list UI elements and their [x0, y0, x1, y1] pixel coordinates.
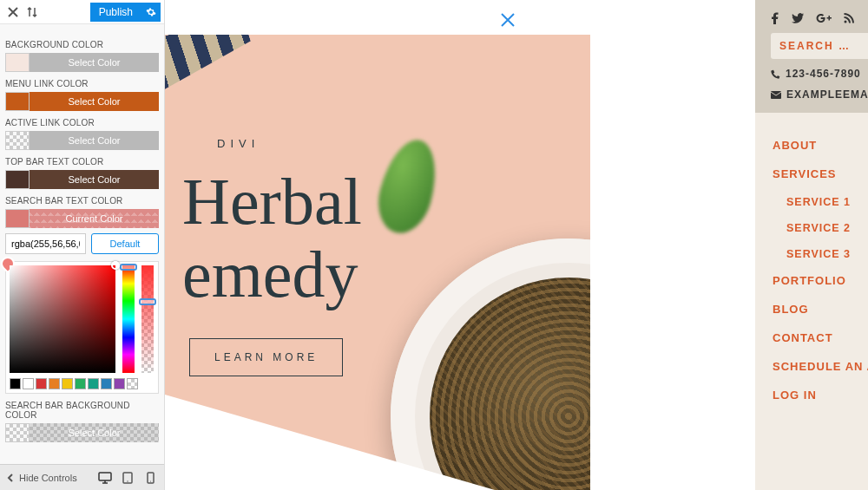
- preset-swatch[interactable]: [49, 378, 60, 389]
- searchbar-bg-color-button[interactable]: Select Color: [30, 423, 159, 442]
- nav-about[interactable]: ABOUT: [773, 139, 868, 152]
- search-bar[interactable]: SEARCH …: [771, 33, 868, 59]
- saturation-value-area[interactable]: [10, 265, 115, 373]
- searchbar-text-color-label: SEARCH BAR TEXT COLOR: [5, 196, 159, 206]
- rss-icon[interactable]: [844, 13, 854, 23]
- leaf-image: [371, 134, 445, 239]
- menu-link-color-button[interactable]: Select Color: [30, 92, 159, 111]
- searchbar-text-color-button[interactable]: Current Color: [30, 209, 159, 228]
- searchbar-text-color-default-button[interactable]: Default: [91, 233, 159, 254]
- preset-swatch[interactable]: [23, 378, 34, 389]
- phone-icon: [771, 69, 780, 79]
- nav-login[interactable]: LOG IN: [773, 389, 868, 402]
- facebook-icon[interactable]: [771, 12, 779, 24]
- preset-colors-row: [10, 378, 155, 389]
- desktop-preview-button[interactable]: [96, 469, 114, 487]
- alpha-handle[interactable]: [139, 298, 156, 305]
- nav-service-1[interactable]: SERVICE 1: [786, 196, 868, 208]
- hero-pattern: [165, 35, 257, 93]
- close-icon: [8, 7, 18, 17]
- hero-section: DIVI Herbal emedy LEARN MORE: [165, 35, 590, 490]
- email-text: EXAMPLEEMAIL@EXAMPLEEMAIL.COM: [786, 88, 868, 101]
- saturation-value-handle[interactable]: [111, 261, 120, 270]
- preset-swatch[interactable]: [36, 378, 47, 389]
- hue-slider[interactable]: [122, 265, 135, 373]
- nav-service-3[interactable]: SERVICE 3: [786, 248, 868, 260]
- site-header: SEARCH … 123-456-7890 EXAMPLEEMAIL@EXAMP…: [755, 0, 868, 113]
- email-line: EXAMPLEEMAIL@EXAMPLEEMAIL.COM: [771, 88, 868, 101]
- searchbar-bg-color-label: SEARCH BAR BACKGROUND COLOR: [5, 401, 159, 420]
- alpha-slider[interactable]: [141, 265, 154, 373]
- topbar-text-color-swatch[interactable]: [5, 170, 30, 189]
- nav-contact[interactable]: CONTACT: [773, 331, 868, 344]
- svg-point-2: [127, 480, 128, 481]
- searchbar-bg-color-swatch[interactable]: [5, 423, 30, 442]
- searchbar-text-color-input[interactable]: [5, 233, 86, 254]
- preset-swatch[interactable]: [62, 378, 73, 389]
- hero-title-line2: emedy: [182, 238, 358, 310]
- mobile-preview-button[interactable]: [141, 469, 159, 487]
- searchbar-text-color-swatch[interactable]: [5, 209, 30, 228]
- active-link-color-swatch[interactable]: [5, 131, 30, 150]
- email-icon: [771, 91, 781, 99]
- preset-swatch[interactable]: [114, 378, 125, 389]
- customizer-panel: Publish BACKGROUND COLOR Select Color ME…: [0, 0, 165, 490]
- phone-text: 123-456-7890: [786, 68, 861, 80]
- nav-service-2[interactable]: SERVICE 2: [786, 222, 868, 234]
- hue-handle[interactable]: [120, 264, 137, 271]
- publish-group: Publish: [90, 3, 161, 22]
- color-picker[interactable]: [5, 261, 159, 394]
- svg-point-4: [149, 480, 150, 481]
- gear-icon: [146, 7, 156, 17]
- menu-link-color-label: MENU LINK COLOR: [5, 79, 159, 88]
- preset-swatch[interactable]: [101, 378, 112, 389]
- customizer-header: Publish: [0, 0, 164, 24]
- hero-eyebrow: DIVI: [217, 137, 260, 150]
- site-nav: ABOUT SERVICES SERVICE 1 SERVICE 2 SERVI…: [755, 113, 868, 490]
- preset-swatch[interactable]: [10, 378, 21, 389]
- collapse-icon: [5, 473, 16, 483]
- hide-controls-label: Hide Controls: [19, 473, 77, 483]
- close-customizer-button[interactable]: [3, 3, 23, 22]
- nav-services-label: SERVICES: [773, 167, 837, 180]
- preset-swatch[interactable]: [75, 378, 86, 389]
- customizer-body: BACKGROUND COLOR Select Color MENU LINK …: [0, 24, 164, 464]
- publish-settings-button[interactable]: [141, 3, 161, 22]
- background-color-button[interactable]: Select Color: [30, 53, 159, 72]
- desktop-icon: [98, 472, 112, 484]
- hide-controls-button[interactable]: Hide Controls: [5, 473, 77, 483]
- reorder-button[interactable]: [23, 3, 42, 22]
- nav-portfolio[interactable]: PORTFOLIO: [773, 274, 868, 287]
- customizer-footer: Hide Controls: [0, 464, 164, 490]
- topbar-text-color-label: TOP BAR TEXT COLOR: [5, 157, 159, 167]
- menu-link-color-swatch[interactable]: [5, 92, 30, 111]
- active-link-color-label: ACTIVE LINK COLOR: [5, 118, 159, 127]
- publish-button[interactable]: Publish: [90, 3, 141, 22]
- preset-swatch[interactable]: [88, 378, 99, 389]
- mobile-icon: [147, 472, 155, 484]
- tablet-icon: [122, 472, 133, 484]
- sort-icon: [27, 6, 37, 18]
- active-link-color-button[interactable]: Select Color: [30, 131, 159, 150]
- nav-schedule[interactable]: SCHEDULE AN APPOINTMENT: [773, 360, 868, 373]
- social-row: [771, 12, 868, 24]
- background-color-swatch[interactable]: [5, 53, 30, 72]
- google-plus-icon[interactable]: [816, 13, 832, 23]
- search-placeholder: SEARCH …: [779, 40, 868, 52]
- hero-title-line1: Herbal: [182, 165, 362, 238]
- bowl-image: [391, 238, 590, 490]
- topbar-text-color-button[interactable]: Select Color: [30, 170, 159, 189]
- preview-area: DIVI Herbal emedy LEARN MORE SEARCH … 12…: [165, 0, 868, 490]
- close-icon: [500, 12, 516, 28]
- tablet-preview-button[interactable]: [119, 469, 136, 487]
- preset-swatch[interactable]: [127, 378, 138, 389]
- background-color-label: BACKGROUND COLOR: [5, 40, 159, 49]
- svg-rect-0: [99, 473, 111, 480]
- twitter-icon[interactable]: [792, 13, 804, 23]
- hero-title: Herbal emedy: [182, 165, 362, 310]
- nav-services[interactable]: SERVICES: [773, 167, 868, 180]
- learn-more-button[interactable]: LEARN MORE: [189, 338, 343, 376]
- phone-line: 123-456-7890: [771, 68, 868, 80]
- nav-blog[interactable]: BLOG: [773, 303, 868, 316]
- close-menu-button[interactable]: [500, 12, 516, 28]
